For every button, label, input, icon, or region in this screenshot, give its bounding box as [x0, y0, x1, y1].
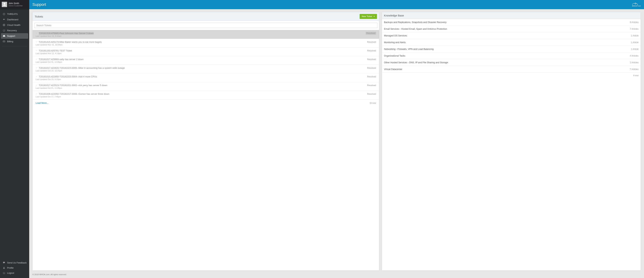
user-block[interactable]: John Smith Demo Customer — [0, 0, 29, 9]
tickets-footer: Load More... 59 total — [32, 100, 379, 107]
kb-item[interactable]: Other Hosted Services - DNS, IP and File… — [382, 59, 641, 66]
nav-billing[interactable]: Billing — [0, 39, 29, 44]
ticket-updated: Last Updated Oct 23, 10:15pm — [36, 70, 376, 72]
nav-cloud-health[interactable]: Cloud Health — [0, 22, 29, 28]
ticket-row[interactable]: T20181415.425173-Mike Baker wants you to… — [32, 39, 379, 48]
check-icon — [36, 58, 38, 61]
brand-logo: WHOA.com — [630, 2, 641, 7]
ticket-status: Resolved — [367, 58, 376, 61]
avatar — [2, 2, 7, 7]
svg-point-0 — [3, 13, 5, 15]
footer-text: © 2018 WHOA.com. All rights reserved. — [29, 274, 644, 278]
svg-text:WHOA.com: WHOA.com — [632, 5, 641, 7]
tickets-total: 59 total — [370, 102, 376, 104]
nav-label: Profile — [7, 267, 14, 269]
nav-label: Dashboard — [7, 18, 18, 21]
nav-label: Recovery — [7, 29, 17, 32]
bottom-nav: Send Us Feedback Profile Logout — [0, 260, 29, 278]
new-ticket-button[interactable]: New Ticket + — [360, 14, 377, 19]
nav-threats[interactable]: THREATS — [0, 11, 29, 17]
new-ticket-label: New Ticket — [362, 15, 372, 18]
nav-profile[interactable]: Profile — [0, 265, 29, 271]
ticket-row[interactable]: T20181015.422855-T20181023.0004--Add 4 m… — [32, 74, 379, 82]
ticket-title: T20181015.422855-T20181023.0004--Add 4 m… — [39, 75, 97, 78]
ticket-status: Resolved — [367, 41, 376, 43]
user-subtitle: Demo Customer — [8, 4, 23, 7]
kb-item-title: Other Hosted Services - DNS, IP and File… — [384, 61, 448, 64]
check-icon — [36, 32, 38, 35]
ticket-updated: Last Updated Nov 13, 4:13pm — [36, 52, 376, 54]
nav-dashboard[interactable]: Dashboard — [0, 17, 29, 22]
ticket-title: T20181017.422820-T20181023.0005--Mike in… — [39, 67, 125, 69]
kb-item-title: Backups and Replications, Snapshots and … — [384, 21, 446, 23]
kb-item-count: 2 Articles — [630, 61, 638, 64]
ticket-row[interactable]: T20181017.422523-T20181021.0002--rick pe… — [32, 82, 379, 91]
nav-logout[interactable]: Logout — [0, 271, 29, 276]
ticket-title: T20181153.425791-TEST Ticket — [39, 49, 72, 52]
kb-total: 8 total — [382, 73, 641, 80]
tickets-panel-head: Tickets New Ticket + — [32, 12, 379, 21]
svg-rect-2 — [3, 41, 5, 42]
kb-item-title: Networking - Firewalls, VPN and Load Bal… — [384, 48, 434, 50]
nav-feedback[interactable]: Send Us Feedback — [0, 260, 29, 265]
main-nav: THREATS Dashboard Cloud Health Recovery … — [0, 9, 29, 260]
kb-list: Backups and Replications, Snapshots and … — [382, 19, 641, 73]
kb-item[interactable]: Email Services - Hosted Email, Spam and … — [382, 26, 641, 32]
kb-item[interactable]: Managed OS Services1 Article — [382, 32, 641, 39]
kb-item[interactable]: Backups and Replications, Snapshots and … — [382, 19, 641, 26]
kb-item[interactable]: Virtual Datacenter7 Articles — [382, 66, 641, 73]
gauge-icon — [2, 18, 5, 21]
card-icon — [2, 40, 5, 43]
ticket-row[interactable]: T20181017.422820-T20181023.0005--Mike in… — [32, 65, 379, 74]
kb-item[interactable]: Monitoring and Alerts1 Article — [382, 39, 641, 46]
kb-item-title: Email Services - Hosted Email, Spam and … — [384, 27, 447, 30]
tickets-panel: Tickets New Ticket + T20181319.475985-Pa… — [32, 12, 379, 271]
check-icon — [36, 41, 38, 43]
ticket-row[interactable]: T20181017.425893-sally has server 2 down… — [32, 56, 379, 65]
ticket-status: Resolved — [367, 67, 376, 69]
kb-item-title: Managed OS Services — [384, 34, 407, 37]
kb-item-title: Organizational Tasks — [384, 54, 405, 57]
nav-recovery[interactable]: Recovery — [0, 28, 29, 33]
ticket-updated: Last Updated Oct 31, 12:06pm — [36, 61, 376, 63]
kb-item-count: 4 Articles — [630, 55, 638, 57]
nav-label: Send Us Feedback — [7, 261, 27, 264]
nav-label: Billing — [7, 40, 13, 43]
check-icon — [36, 49, 38, 52]
person-icon — [2, 267, 5, 269]
ticket-row[interactable]: T20181153.425791-TEST TicketResolvedLast… — [32, 48, 379, 56]
ticket-title: T20181008.422050-T20181017.0006--Gomez h… — [39, 93, 109, 95]
ticket-row[interactable]: T20181319.475985-Paul Johnson Has Server… — [32, 30, 379, 39]
ticket-status: Resolved — [367, 84, 376, 87]
load-more-link[interactable]: Load More... — [36, 102, 48, 104]
ticket-status: Resolved — [366, 32, 376, 35]
ticket-title: T20181017.422523-T20181021.0002--rick pe… — [39, 84, 107, 87]
kb-title: Knowledge Base — [384, 14, 404, 17]
check-icon — [36, 93, 38, 95]
sidebar: John Smith Demo Customer THREATS Dashboa… — [0, 0, 29, 278]
ticket-row[interactable]: T20181008.422050-T20181017.0006--Gomez h… — [32, 91, 379, 100]
kb-item-title: Monitoring and Alerts — [384, 41, 406, 44]
nav-label: Cloud Health — [7, 24, 20, 26]
cloud-icon — [2, 35, 5, 37]
kb-item-count: 1 Article — [631, 34, 638, 37]
recycle-icon — [2, 29, 5, 32]
chat-icon — [2, 261, 5, 264]
globe-icon — [2, 24, 5, 26]
check-icon — [36, 84, 38, 87]
ticket-updated: Last Updated Nov 15, 10:04am — [36, 44, 376, 46]
ticket-status: Resolved — [367, 49, 376, 52]
kb-item[interactable]: Organizational Tasks4 Articles — [382, 52, 641, 59]
kb-item-count: 7 Articles — [630, 28, 638, 30]
search-tickets-input[interactable] — [34, 23, 377, 28]
nav-label: Logout — [7, 272, 14, 274]
check-icon — [36, 67, 38, 69]
nav-support[interactable]: Support — [1, 33, 28, 39]
kb-panel-head: Knowledge Base — [382, 12, 641, 19]
ticket-updated: Last Updated Oct 21, 11:30pm — [36, 87, 376, 89]
kb-item[interactable]: Networking - Firewalls, VPN and Load Bal… — [382, 46, 641, 52]
ticket-list: T20181319.475985-Paul Johnson Has Server… — [32, 30, 379, 100]
ticket-updated: Last Updated Oct 17, 7:40pm — [36, 96, 376, 98]
power-icon — [2, 272, 5, 274]
ticket-status: Resolved — [367, 75, 376, 78]
